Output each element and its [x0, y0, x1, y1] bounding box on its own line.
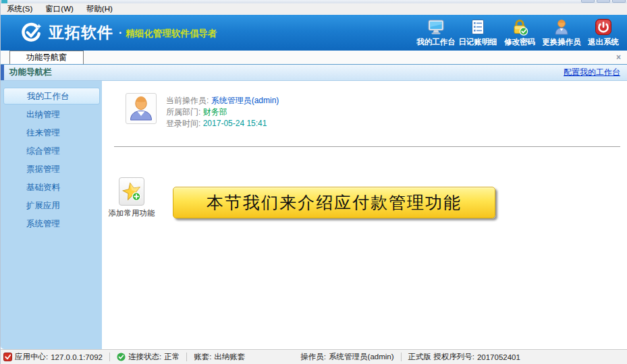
- avatar-person-icon: [128, 95, 155, 122]
- minimize-button[interactable]: [581, 0, 595, 3]
- journal-detail-button[interactable]: 日记账明细: [457, 18, 499, 47]
- exit-system-label: 退出系统: [588, 37, 619, 47]
- app-window: 系统(S) 窗口(W) 帮助(H) 亚拓软件 · 精细化管理软件倡导者: [0, 0, 627, 364]
- lock-check-icon: [511, 18, 528, 36]
- account-set-label: 账套:: [194, 352, 211, 362]
- app-center-value: 127.0.0.1:7092: [51, 353, 103, 361]
- tab-strip: 功能导航窗 ×: [1, 51, 627, 65]
- license-status: 正式版 授权序列号: 2017052401: [402, 352, 527, 362]
- brand-logo: 亚拓软件 · 精细化管理软件倡导者: [19, 21, 217, 45]
- app-center-status: 应用中心: 127.0.0.1:7092: [1, 352, 109, 362]
- tab-function-navigator[interactable]: 功能导航窗: [9, 51, 84, 64]
- menu-help[interactable]: 帮助(H): [86, 4, 113, 14]
- sidebar-item-system-mgmt[interactable]: 系统管理: [1, 215, 102, 233]
- operator-line: 当前操作员: 系统管理员(admin): [166, 95, 279, 107]
- status-operator-value: 系统管理员(admin): [329, 352, 393, 362]
- avatar: [126, 93, 157, 124]
- menu-bar: 系统(S) 窗口(W) 帮助(H): [1, 3, 627, 15]
- login-time-value: 2017-05-24 15:41: [203, 119, 267, 128]
- license-label: 正式版 授权序列号:: [408, 352, 474, 362]
- sidebar-nav: 我的工作台 出纳管理 往来管理 综合管理 票据管理 基础资料 扩展应用 系统管理: [1, 81, 102, 349]
- panel-header: 功能导航栏 配置我的工作台: [1, 65, 627, 81]
- account-set-value: 出纳账套: [214, 352, 245, 362]
- lesson-banner: 本节我们来介绍应付款管理功能: [173, 187, 495, 218]
- department-label: 所属部门:: [166, 107, 200, 117]
- sidebar-item-contacts-mgmt[interactable]: 往来管理: [1, 124, 102, 142]
- change-password-label: 修改密码: [504, 37, 535, 47]
- brand-name: 亚拓软件: [49, 22, 113, 43]
- login-time-line: 登录时间: 2017-05-24 15:41: [166, 118, 279, 129]
- menu-system[interactable]: 系统(S): [7, 4, 32, 14]
- panel-title: 功能导航栏: [9, 67, 52, 78]
- sidebar-item-bill-mgmt[interactable]: 票据管理: [1, 160, 102, 179]
- title-bar: [1, 0, 627, 3]
- operator-icon: [553, 18, 570, 36]
- header-toolbar: 我的工作台 日记账明细: [415, 18, 624, 47]
- configure-workbench-link[interactable]: 配置我的工作台: [564, 67, 620, 78]
- app-icon: [1, 0, 7, 3]
- panel-accent-bar: [1, 65, 4, 80]
- switch-operator-label: 更换操作员: [542, 37, 581, 47]
- main-body: 我的工作台 出纳管理 往来管理 综合管理 票据管理 基础资料 扩展应用 系统管理: [1, 81, 627, 349]
- change-password-button[interactable]: 修改密码: [499, 18, 541, 47]
- add-favorite-label: 添加常用功能: [109, 208, 155, 218]
- switch-operator-button[interactable]: 更换操作员: [541, 18, 582, 47]
- menu-window[interactable]: 窗口(W): [45, 4, 74, 14]
- operator-label: 当前操作员:: [166, 96, 209, 105]
- sidebar-item-cashier-mgmt[interactable]: 出纳管理: [1, 106, 102, 124]
- my-workbench-button[interactable]: 我的工作台: [415, 18, 457, 47]
- user-info-block: 当前操作员: 系统管理员(admin) 所属部门: 财务部 登录时间: 2017…: [126, 93, 627, 131]
- department-value: 财务部: [203, 107, 227, 117]
- connection-status: 连接状态: 正常: [110, 352, 186, 362]
- close-button[interactable]: [612, 0, 626, 3]
- monitor-icon: [427, 18, 445, 36]
- status-bar: 应用中心: 127.0.0.1:7092 连接状态: 正常 账套: 出纳账套 操…: [1, 349, 627, 364]
- license-value: 2017052401: [477, 353, 520, 361]
- section-divider: [114, 146, 620, 147]
- sidebar-item-my-workbench[interactable]: 我的工作台: [3, 88, 100, 104]
- brand-dot: ·: [119, 27, 122, 39]
- exit-system-button[interactable]: 退出系统: [582, 18, 624, 47]
- my-workbench-label: 我的工作台: [416, 37, 456, 47]
- journal-detail-label: 日记账明细: [458, 37, 497, 47]
- operator-value: 系统管理员(admin): [211, 96, 279, 105]
- connection-value: 正常: [164, 352, 180, 362]
- brand-logo-icon: [19, 21, 43, 45]
- power-icon: [595, 18, 612, 36]
- content-area: 当前操作员: 系统管理员(admin) 所属部门: 财务部 登录时间: 2017…: [102, 81, 627, 349]
- connection-ok-icon: [117, 353, 126, 361]
- account-set-status: 账套: 出纳账套: [187, 352, 252, 362]
- brand-tagline: 精细化管理软件倡导者: [126, 26, 217, 40]
- connection-label: 连接状态:: [128, 352, 161, 362]
- app-center-label: 应用中心:: [15, 352, 48, 362]
- window-controls: [581, 0, 626, 3]
- ledger-icon: [469, 18, 487, 36]
- tab-close-icon[interactable]: ×: [616, 53, 621, 61]
- app-center-icon: [3, 353, 12, 361]
- status-operator-label: 操作员:: [300, 352, 326, 362]
- sidebar-item-comprehensive-mgmt[interactable]: 综合管理: [1, 142, 102, 160]
- feature-row: 添加常用功能 本节我们来介绍应付款管理功能: [126, 177, 627, 218]
- sidebar-item-basic-data[interactable]: 基础资料: [1, 179, 102, 197]
- brand-header: 亚拓软件 · 精细化管理软件倡导者 我的工作台: [1, 15, 627, 51]
- department-line: 所属部门: 财务部: [166, 107, 279, 118]
- add-favorite-button[interactable]: 添加常用功能: [107, 177, 156, 218]
- login-time-label: 登录时间:: [166, 119, 200, 128]
- star-add-icon: [121, 180, 142, 203]
- user-info-lines: 当前操作员: 系统管理员(admin) 所属部门: 财务部 登录时间: 2017…: [166, 93, 279, 131]
- operator-status: 操作员: 系统管理员(admin): [294, 352, 400, 362]
- sidebar-item-extended-apps[interactable]: 扩展应用: [1, 197, 102, 215]
- add-favorite-icon-box: [119, 177, 144, 206]
- maximize-button[interactable]: [597, 0, 610, 3]
